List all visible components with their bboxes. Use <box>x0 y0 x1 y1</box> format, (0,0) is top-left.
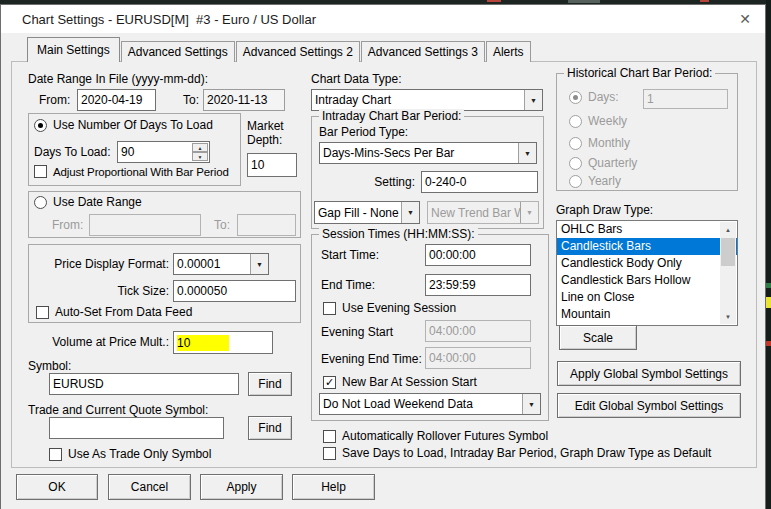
market-depth-field[interactable]: 10 <box>247 153 297 177</box>
historical-group-title: Historical Chart Bar Period: <box>564 66 715 80</box>
gap-fill-combo[interactable]: Gap Fill - None ▼ <box>314 201 420 224</box>
listbox-scrollbar[interactable]: ▲ ▼ <box>720 222 736 324</box>
to-date-field[interactable]: 2020-11-13 <box>203 89 285 111</box>
spinner-up-icon[interactable]: ▲ <box>192 143 208 152</box>
list-item[interactable]: Candlestick Body Only <box>557 255 737 272</box>
quarterly-radio[interactable]: Quarterly <box>569 156 637 170</box>
symbol-field[interactable]: EURUSD <box>49 373 239 395</box>
list-item[interactable]: OHLC Bars <box>557 221 737 238</box>
auto-set-label: Auto-Set From Data Feed <box>55 305 192 319</box>
tab-main-settings[interactable]: Main Settings <box>27 37 120 62</box>
price-display-format-value: 0.00001 <box>174 254 223 274</box>
bar-period-type-label: Bar Period Type: <box>319 125 408 139</box>
chevron-down-icon[interactable]: ▼ <box>518 143 536 163</box>
use-number-of-days-radio[interactable]: Use Number Of Days To Load <box>34 118 213 132</box>
apply-global-symbol-settings-button[interactable]: Apply Global Symbol Settings <box>557 361 741 386</box>
from-label: From: <box>39 93 70 107</box>
checkbox-empty-icon <box>323 447 336 460</box>
screen: Chart Settings - EURUSD[M] #3 - Euro / U… <box>0 0 771 509</box>
tab-advanced-settings-2[interactable]: Advanced Settings 2 <box>236 41 360 62</box>
days-label: Days: <box>588 90 619 104</box>
udr-from-label: From: <box>52 218 83 232</box>
setting-label: Setting: <box>331 175 415 189</box>
chart-data-type-combo[interactable]: Intraday Chart ▼ <box>311 89 543 111</box>
highlighted-selection: 10 <box>177 335 229 351</box>
weekend-data-combo[interactable]: Do Not Load Weekend Data ▼ <box>319 393 541 415</box>
cancel-button[interactable]: Cancel <box>108 474 191 500</box>
check-icon: ✓ <box>323 376 336 389</box>
tab-advanced-settings[interactable]: Advanced Settings <box>121 41 235 62</box>
spinner-down-icon[interactable]: ▼ <box>192 152 208 161</box>
intraday-group-title: Intraday Chart Bar Period: <box>319 109 464 123</box>
chevron-down-icon[interactable]: ▼ <box>250 254 268 274</box>
radio-disabled-on-icon <box>569 91 582 104</box>
graph-draw-type-listbox[interactable]: OHLC Bars Candlestick Bars Candlestick B… <box>556 220 738 326</box>
find-symbol-button[interactable]: Find <box>248 372 292 396</box>
apply-button[interactable]: Apply <box>200 474 283 500</box>
evening-end-field[interactable]: 04:00:00 <box>425 347 531 369</box>
weekend-data-value: Do Not Load Weekend Data <box>320 394 476 414</box>
weekly-label: Weekly <box>588 114 627 128</box>
radio-disabled-icon <box>569 115 582 128</box>
days-radio[interactable]: Days: <box>569 90 619 104</box>
udr-from-field[interactable] <box>89 214 201 236</box>
session-group-title: Session Times (HH:MM:SS): <box>319 227 478 241</box>
chart-candle-green <box>766 283 771 288</box>
tick-size-field[interactable]: 0.000050 <box>173 280 296 302</box>
checkbox-empty-icon <box>34 165 47 178</box>
list-item[interactable]: Candlestick Bars Hollow <box>557 272 737 289</box>
udr-to-field[interactable] <box>237 214 296 236</box>
setting-field[interactable]: 0-240-0 <box>421 171 538 193</box>
chart-mark-red-2 <box>700 0 709 2</box>
yearly-radio[interactable]: Yearly <box>569 174 621 188</box>
scroll-up-icon[interactable]: ▲ <box>720 222 736 237</box>
save-defaults-checkbox[interactable]: Save Days to Load, Intraday Bar Period, … <box>323 446 711 460</box>
use-date-range-radio[interactable]: Use Date Range <box>34 195 142 209</box>
bar-period-type-combo[interactable]: Days-Mins-Secs Per Bar ▼ <box>319 142 537 164</box>
evening-start-field[interactable]: 04:00:00 <box>425 320 531 342</box>
volume-mult-field[interactable]: 10 <box>173 331 273 354</box>
use-date-range-label: Use Date Range <box>53 195 142 209</box>
tick-size-label: Tick Size: <box>41 284 169 298</box>
days-to-load-spinner[interactable]: ▲ ▼ <box>192 143 208 161</box>
use-trade-only-checkbox[interactable]: Use As Trade Only Symbol <box>49 447 211 461</box>
price-display-format-label: Price Display Format: <box>41 257 169 271</box>
chevron-down-icon[interactable]: ▼ <box>524 90 542 110</box>
close-icon[interactable]: ✕ <box>734 9 756 29</box>
list-item-selected[interactable]: Candlestick Bars <box>557 238 737 255</box>
checkbox-empty-icon <box>49 448 62 461</box>
rollover-futures-checkbox[interactable]: Automatically Rollover Futures Symbol <box>323 429 548 443</box>
new-trend-bar-combo[interactable]: New Trend Bar W ▼ <box>427 201 539 224</box>
price-display-format-combo[interactable]: 0.00001 ▼ <box>173 253 269 275</box>
trade-symbol-field[interactable] <box>49 417 224 439</box>
end-time-field[interactable]: 23:59:59 <box>425 274 531 296</box>
titlebar: Chart Settings - EURUSD[M] #3 - Euro / U… <box>1 5 765 33</box>
use-number-of-days-label: Use Number Of Days To Load <box>53 118 213 132</box>
chevron-down-icon[interactable]: ▼ <box>520 202 538 223</box>
tab-advanced-settings-3[interactable]: Advanced Settings 3 <box>361 41 485 62</box>
weekly-radio[interactable]: Weekly <box>569 114 627 128</box>
days-to-load-field[interactable]: 90 ▲ ▼ <box>117 141 210 163</box>
use-evening-session-checkbox[interactable]: Use Evening Session <box>323 301 456 315</box>
from-date-field[interactable]: 2020-04-19 <box>77 89 156 111</box>
days-count-field[interactable]: 1 <box>643 89 728 109</box>
scroll-down-icon[interactable]: ▼ <box>720 309 736 324</box>
ok-button[interactable]: OK <box>16 474 98 500</box>
chevron-down-icon[interactable]: ▼ <box>401 202 419 223</box>
auto-set-checkbox[interactable]: Auto-Set From Data Feed <box>36 305 192 319</box>
chevron-down-icon[interactable]: ▼ <box>522 394 540 414</box>
chart-candle-yellow <box>766 297 771 308</box>
tab-alerts[interactable]: Alerts <box>486 41 531 62</box>
scrollbar-thumb[interactable] <box>721 238 735 266</box>
adjust-proportional-checkbox[interactable]: Adjust Proportional With Bar Period <box>34 165 229 178</box>
start-time-field[interactable]: 00:00:00 <box>425 244 531 266</box>
list-item[interactable]: Line on Close <box>557 289 737 306</box>
find-trade-symbol-button[interactable]: Find <box>248 416 292 440</box>
scale-button[interactable]: Scale <box>559 325 637 350</box>
monthly-radio[interactable]: Monthly <box>569 136 630 150</box>
new-bar-session-checkbox[interactable]: ✓ New Bar At Session Start <box>323 375 477 389</box>
chart-data-type-value: Intraday Chart <box>312 90 394 110</box>
list-item[interactable]: Mountain <box>557 306 737 323</box>
edit-global-symbol-settings-button[interactable]: Edit Global Symbol Settings <box>557 393 741 418</box>
help-button[interactable]: Help <box>292 474 375 500</box>
